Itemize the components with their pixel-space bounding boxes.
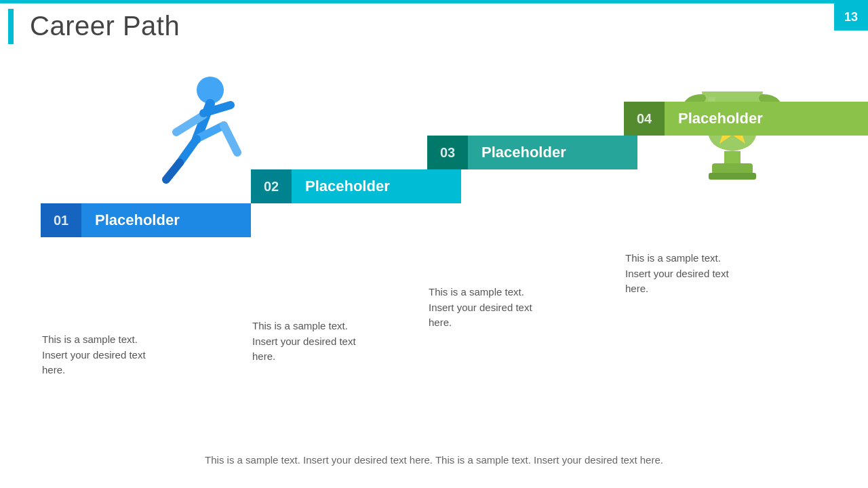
- slide-number: 13: [834, 3, 868, 30]
- step-2-number: 02: [251, 169, 292, 203]
- runner-figure: [142, 64, 251, 200]
- step-1-bar: 01 Placeholder: [41, 203, 251, 237]
- footer-text: This is a sample text. Insert your desir…: [203, 453, 665, 468]
- step-1-label: Placeholder: [95, 211, 180, 229]
- step-4-number: 04: [624, 102, 665, 136]
- step-3-label-box: Placeholder: [468, 136, 637, 169]
- accent-bar: [8, 9, 14, 44]
- step-2-bar: 02 Placeholder: [251, 169, 461, 203]
- slide: Career Path 13: [0, 0, 868, 488]
- step-4-label: Placeholder: [678, 110, 763, 127]
- svg-line-7: [166, 163, 180, 180]
- svg-line-6: [180, 139, 197, 163]
- svg-rect-10: [709, 173, 756, 180]
- step-4-bar: 04 Placeholder: [624, 102, 868, 136]
- step-4-description: This is a sample text.Insert your desire…: [625, 251, 815, 297]
- step-3-label: Placeholder: [481, 144, 566, 161]
- step-1-description: This is a sample text.Insert your desire…: [42, 332, 218, 378]
- top-bar: Career Path 13: [0, 0, 868, 49]
- slide-title: Career Path: [30, 11, 180, 41]
- step-3-bar: 03 Placeholder: [427, 136, 637, 169]
- svg-rect-9: [712, 163, 753, 174]
- step-4-label-box: Placeholder: [665, 102, 868, 136]
- step-3-number: 03: [427, 136, 468, 169]
- step-2-label-box: Placeholder: [292, 169, 461, 203]
- step-2-description: This is a sample text.Insert your desire…: [252, 319, 429, 365]
- step-3-description: This is a sample text.Insert your desire…: [429, 285, 612, 331]
- svg-rect-8: [724, 151, 741, 165]
- step-2-label: Placeholder: [305, 178, 390, 195]
- step-1-label-box: Placeholder: [81, 203, 251, 237]
- svg-line-5: [224, 125, 237, 152]
- step-1-number: 01: [41, 203, 81, 237]
